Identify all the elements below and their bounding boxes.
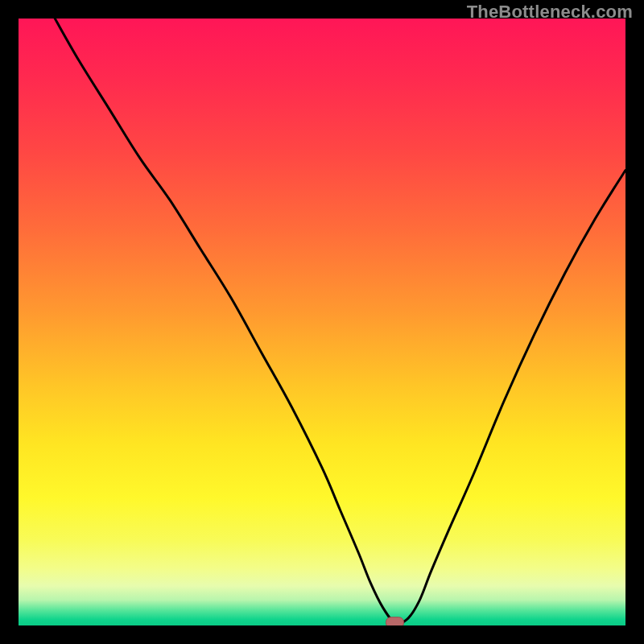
- optimum-marker: [386, 617, 403, 625]
- plot-svg: [19, 19, 625, 625]
- chart-frame: TheBottleneck.com: [0, 0, 644, 644]
- plot-area: [19, 19, 625, 625]
